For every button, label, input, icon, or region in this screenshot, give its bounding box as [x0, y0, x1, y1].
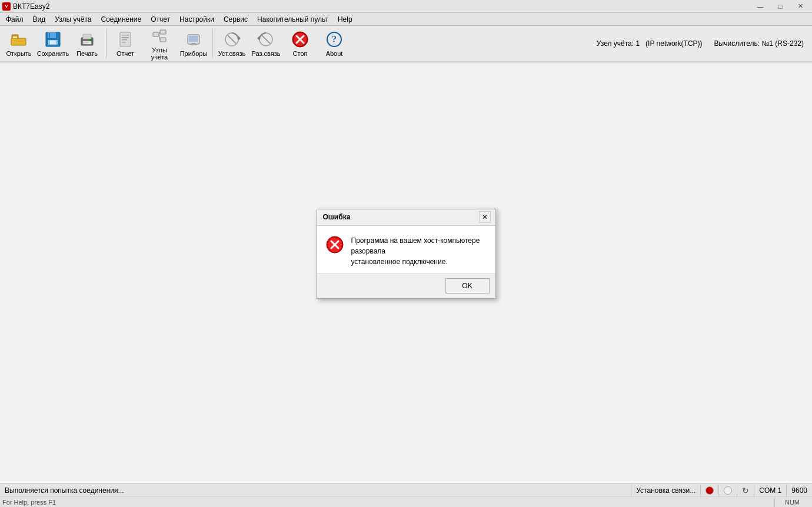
- dialog-message: Программа на вашем хост-компьютере разор…: [351, 235, 487, 267]
- dialog-ok-button[interactable]: OK: [445, 278, 490, 293]
- error-dialog: Ошибка ✕ Программа на вашем хост-компьют…: [317, 209, 496, 299]
- dialog-title: Ошибка: [323, 213, 351, 221]
- error-icon: [325, 235, 344, 254]
- dialog-footer: OK: [317, 273, 495, 298]
- dialog-overlay: Ошибка ✕ Программа на вашем хост-компьют…: [0, 0, 812, 507]
- dialog-close-button[interactable]: ✕: [479, 211, 491, 223]
- dialog-body: Программа на вашем хост-компьютере разор…: [317, 226, 495, 273]
- dialog-titlebar: Ошибка ✕: [317, 209, 495, 226]
